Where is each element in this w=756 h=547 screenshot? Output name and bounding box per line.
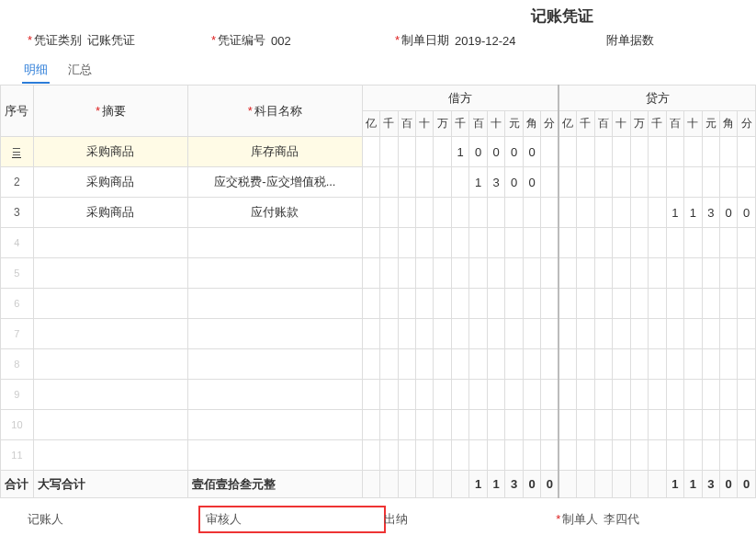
digit-cell[interactable]	[487, 289, 504, 319]
digit-cell[interactable]	[380, 198, 398, 228]
seq-cell[interactable]: 5	[1, 258, 34, 289]
digit-cell[interactable]: 0	[487, 137, 504, 167]
digit-cell[interactable]	[577, 258, 594, 289]
digit-cell[interactable]	[738, 258, 756, 289]
digit-cell[interactable]	[684, 258, 702, 289]
digit-cell[interactable]	[434, 137, 451, 167]
tab-summary[interactable]: 汇总	[66, 58, 94, 84]
digit-cell[interactable]	[666, 440, 683, 471]
digit-cell[interactable]	[362, 198, 379, 228]
digit-cell[interactable]	[451, 349, 468, 380]
digit-cell[interactable]	[469, 228, 487, 258]
digit-cell[interactable]	[613, 198, 630, 228]
digit-cell[interactable]: 1	[451, 137, 468, 167]
digit-cell[interactable]	[649, 137, 666, 167]
digit-cell[interactable]	[559, 198, 576, 228]
digit-cell[interactable]	[666, 349, 683, 380]
digit-cell[interactable]	[487, 349, 504, 380]
digit-cell[interactable]	[505, 410, 523, 440]
digit-cell[interactable]	[559, 440, 576, 471]
digit-cell[interactable]	[487, 198, 504, 228]
digit-cell[interactable]	[613, 380, 630, 410]
digit-cell[interactable]	[451, 258, 468, 289]
digit-cell[interactable]	[577, 137, 594, 167]
digit-cell[interactable]	[362, 440, 379, 471]
digit-cell[interactable]	[398, 440, 415, 471]
digit-cell[interactable]	[649, 410, 666, 440]
digit-cell[interactable]	[434, 440, 451, 471]
table-row[interactable]: 采购商品库存商品10000	[1, 137, 756, 167]
digit-cell[interactable]	[613, 258, 630, 289]
digit-cell[interactable]	[649, 319, 666, 349]
digit-cell[interactable]	[451, 228, 468, 258]
tab-detail[interactable]: 明细	[22, 58, 50, 84]
digit-cell[interactable]	[469, 410, 487, 440]
table-row[interactable]: 3采购商品应付账款11300	[1, 198, 756, 228]
digit-cell[interactable]	[649, 198, 666, 228]
digit-cell[interactable]	[559, 289, 576, 319]
digit-cell[interactable]	[594, 167, 612, 198]
digit-cell[interactable]	[451, 410, 468, 440]
digit-cell[interactable]	[719, 289, 737, 319]
digit-cell[interactable]	[416, 258, 434, 289]
digit-cell[interactable]	[380, 137, 398, 167]
digit-cell[interactable]: 0	[719, 198, 737, 228]
digit-cell[interactable]	[702, 258, 719, 289]
digit-cell[interactable]	[684, 137, 702, 167]
digit-cell[interactable]	[613, 410, 630, 440]
digit-cell[interactable]	[505, 319, 523, 349]
digit-cell[interactable]	[416, 319, 434, 349]
digit-cell[interactable]	[649, 440, 666, 471]
digit-cell[interactable]	[559, 319, 576, 349]
digit-cell[interactable]	[630, 410, 648, 440]
digit-cell[interactable]	[613, 137, 630, 167]
digit-cell[interactable]	[434, 167, 451, 198]
digit-cell[interactable]	[380, 289, 398, 319]
digit-cell[interactable]	[523, 198, 540, 228]
digit-cell[interactable]	[362, 258, 379, 289]
digit-cell[interactable]	[684, 410, 702, 440]
digit-cell[interactable]	[398, 289, 415, 319]
digit-cell[interactable]	[577, 410, 594, 440]
digit-cell[interactable]	[523, 258, 540, 289]
digit-cell[interactable]	[541, 319, 559, 349]
digit-cell[interactable]	[630, 167, 648, 198]
digit-cell[interactable]	[719, 380, 737, 410]
digit-cell[interactable]	[434, 289, 451, 319]
digit-cell[interactable]	[398, 228, 415, 258]
digit-cell[interactable]	[630, 198, 648, 228]
digit-cell[interactable]	[719, 258, 737, 289]
account-cell[interactable]: 应交税费-应交增值税...	[188, 167, 362, 198]
digit-cell[interactable]	[684, 319, 702, 349]
digit-cell[interactable]	[416, 198, 434, 228]
digit-cell[interactable]	[451, 440, 468, 471]
digit-cell[interactable]	[594, 410, 612, 440]
digit-cell[interactable]	[719, 137, 737, 167]
table-row-empty[interactable]: 6	[1, 289, 756, 319]
digit-cell[interactable]	[541, 198, 559, 228]
digit-cell[interactable]	[505, 289, 523, 319]
digit-cell[interactable]	[594, 349, 612, 380]
digit-cell[interactable]: 1	[666, 198, 683, 228]
digit-cell[interactable]	[487, 258, 504, 289]
digit-cell[interactable]	[541, 167, 559, 198]
table-row-empty[interactable]: 5	[1, 258, 756, 289]
digit-cell[interactable]	[398, 198, 415, 228]
seq-cell[interactable]: 4	[1, 228, 34, 258]
digit-cell[interactable]	[594, 198, 612, 228]
summary-cell[interactable]: 采购商品	[33, 167, 187, 198]
digit-cell[interactable]	[416, 410, 434, 440]
digit-cell[interactable]: 1	[469, 167, 487, 198]
table-row-empty[interactable]: 11	[1, 440, 756, 471]
digit-cell[interactable]	[416, 228, 434, 258]
digit-cell[interactable]	[738, 137, 756, 167]
account-cell[interactable]: 库存商品	[188, 137, 362, 167]
digit-cell[interactable]	[719, 440, 737, 471]
digit-cell[interactable]	[451, 198, 468, 228]
digit-cell[interactable]	[398, 319, 415, 349]
digit-cell[interactable]	[487, 410, 504, 440]
digit-cell[interactable]	[505, 258, 523, 289]
digit-cell[interactable]	[719, 167, 737, 198]
digit-cell[interactable]	[451, 380, 468, 410]
digit-cell[interactable]	[434, 198, 451, 228]
